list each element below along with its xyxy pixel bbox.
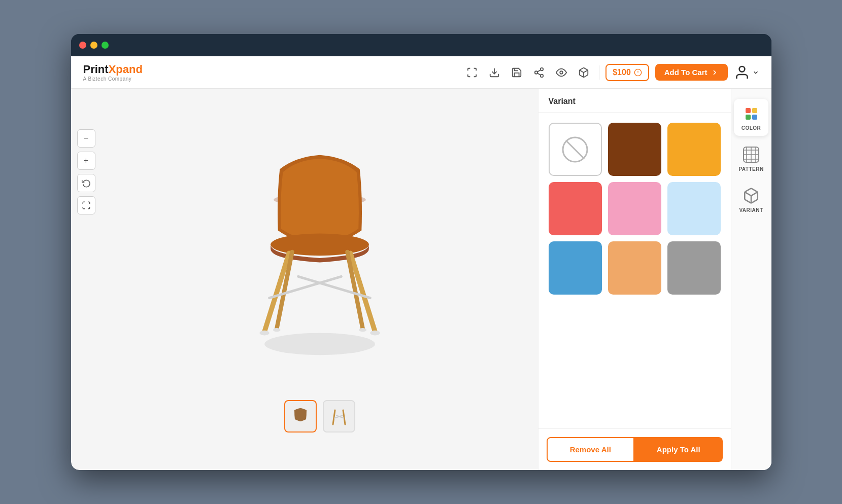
logo-text: PrintXpand	[83, 63, 143, 76]
apply-all-button[interactable]: Apply To All	[634, 437, 723, 462]
svg-point-20	[259, 331, 269, 336]
svg-point-3	[541, 74, 544, 77]
svg-point-22	[273, 328, 281, 332]
color-tool[interactable]: COLOR	[734, 99, 768, 136]
pattern-tool-icon	[742, 145, 761, 164]
svg-point-1	[541, 67, 544, 70]
svg-line-26	[343, 410, 345, 424]
variant-tool[interactable]: VARIANT	[734, 181, 768, 218]
color-pink-swatch[interactable]	[608, 182, 661, 235]
user-button[interactable]	[734, 64, 759, 81]
logo-pand: pand	[116, 63, 143, 76]
color-blue-swatch[interactable]	[549, 241, 602, 295]
svg-point-2	[535, 71, 538, 74]
variant-panel: Variant	[538, 89, 731, 428]
price-button[interactable]: $100	[605, 64, 649, 81]
variant-tool-label: VARIANT	[739, 207, 763, 213]
color-peach-swatch[interactable]	[608, 241, 661, 295]
svg-point-11	[739, 66, 745, 72]
add-to-cart-button[interactable]: Add To Cart	[655, 64, 728, 81]
color-none-swatch[interactable]	[549, 123, 602, 176]
chair-visual	[223, 141, 416, 375]
color-gray-swatch[interactable]	[667, 241, 721, 295]
view-thumbnails	[284, 400, 355, 433]
product-image	[193, 126, 447, 390]
fullscreen-button[interactable]	[77, 196, 95, 214]
color-brown-swatch[interactable]	[608, 123, 661, 176]
side-tools: COLOR PAT	[731, 89, 771, 470]
remove-all-button[interactable]: Remove All	[547, 437, 635, 462]
thumbnail-seat[interactable]	[284, 400, 317, 433]
svg-line-25	[333, 410, 335, 424]
save-icon[interactable]	[510, 65, 524, 80]
left-controls: − +	[71, 89, 102, 470]
price-value: $100	[613, 68, 631, 77]
panel-footer: Remove All Apply To All	[538, 428, 731, 470]
color-tool-label: COLOR	[742, 125, 761, 131]
maximize-button[interactable]	[102, 42, 109, 49]
app-content: PrintXpand A Biztech Company	[71, 56, 771, 470]
main-area: − +	[71, 89, 771, 470]
thumbnail-legs[interactable]	[323, 400, 355, 433]
toolbar-icons	[465, 65, 599, 80]
close-button[interactable]	[79, 42, 86, 49]
color-red-swatch[interactable]	[549, 182, 602, 235]
rotate-button[interactable]	[77, 174, 95, 192]
zoom-out-button[interactable]: −	[77, 129, 95, 148]
header-actions: $100 Add To Cart	[465, 64, 759, 81]
logo-subtitle: A Biztech Company	[83, 76, 143, 82]
color-tool-icon	[742, 104, 761, 123]
pattern-tool-label: PATTERN	[738, 166, 763, 172]
svg-point-21	[370, 331, 380, 336]
canvas-area	[102, 89, 538, 470]
logo: PrintXpand A Biztech Company	[83, 63, 143, 82]
titlebar	[71, 34, 771, 56]
app-window: PrintXpand A Biztech Company	[71, 34, 771, 470]
header: PrintXpand A Biztech Company	[71, 56, 771, 89]
expand-icon[interactable]	[465, 65, 479, 80]
color-orange-swatch[interactable]	[667, 123, 721, 176]
svg-point-24	[264, 333, 375, 355]
cube-icon[interactable]	[577, 65, 591, 80]
download-icon[interactable]	[487, 65, 501, 80]
color-lightblue-swatch[interactable]	[667, 182, 721, 235]
share-icon[interactable]	[532, 65, 546, 80]
svg-line-5	[537, 69, 541, 71]
variant-tool-icon	[742, 186, 761, 205]
eye-icon[interactable]	[554, 65, 568, 80]
logo-accent: X	[109, 63, 116, 76]
add-to-cart-label: Add To Cart	[664, 68, 708, 77]
svg-point-13	[271, 234, 369, 256]
variant-header: Variant	[538, 89, 731, 113]
svg-point-23	[359, 328, 366, 332]
pattern-tool[interactable]: PATTERN	[734, 140, 768, 177]
svg-point-6	[560, 71, 563, 74]
zoom-in-button[interactable]: +	[77, 152, 95, 170]
svg-line-4	[537, 73, 541, 75]
minimize-button[interactable]	[90, 42, 97, 49]
right-panel: Variant	[538, 89, 731, 470]
svg-line-30	[566, 140, 584, 159]
color-grid	[538, 113, 731, 305]
